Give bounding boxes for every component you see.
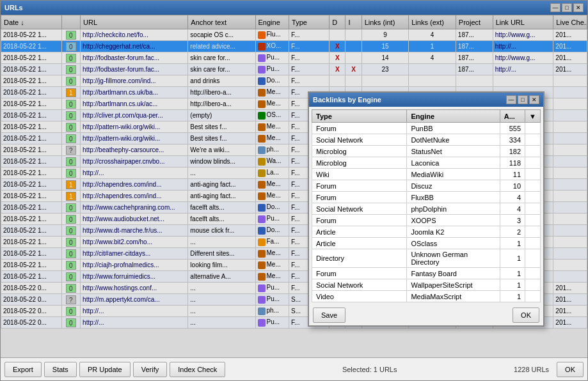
dialog-cell-amount: 1 <box>500 238 525 249</box>
dialog-cell-engine: WallpaperSiteScript <box>407 279 500 291</box>
dialog-cell-engine: Laconica <box>407 157 500 169</box>
dialog-table-row[interactable]: Social Network WallpaperSiteScript 1 <box>312 279 541 291</box>
dialog-table-row[interactable]: Forum XOOPS 3 <box>312 215 541 226</box>
dialog-cell-amount: 1 <box>500 249 525 268</box>
dialog-col-amount[interactable]: A... <box>500 110 525 123</box>
dialog-cell-filter <box>525 169 541 180</box>
dialog-cell-engine: XOOPS <box>407 215 500 226</box>
index-check-button[interactable]: Index Check <box>170 362 225 377</box>
main-window: URLs — □ ✕ Date ↓ URL Anchor text Engine… <box>0 0 588 381</box>
dialog-header-row: Type Engine A... ▼ <box>312 110 541 123</box>
dialog-col-type[interactable]: Type <box>312 110 407 123</box>
pr-update-button[interactable]: PR Update <box>79 362 131 377</box>
stats-button[interactable]: Stats <box>44 362 77 377</box>
dialog-cell-filter <box>525 291 541 302</box>
dialog-cell-amount: 118 <box>500 157 525 169</box>
bottom-bar: Export Stats PR Update Verify Index Chec… <box>1 357 587 380</box>
dialog-cell-amount: 334 <box>500 134 525 146</box>
dialog-cell-filter <box>525 203 541 215</box>
dialog-table-row[interactable]: Social Network phpDolphin 4 <box>312 203 541 215</box>
dialog-cell-type: Article <box>312 226 407 238</box>
dialog-cell-type: Directory <box>312 249 407 268</box>
dialog-minimize-button[interactable]: — <box>506 95 516 104</box>
dialog-cell-filter <box>525 226 541 238</box>
dialog-cell-filter <box>525 123 541 134</box>
dialog-table-body: Forum PunBB 555 Social Network DotNetNuk… <box>312 123 541 302</box>
minimize-button[interactable]: — <box>550 3 560 12</box>
dialog-table: Type Engine A... ▼ Forum PunBB 555 Socia… <box>312 109 541 302</box>
verify-button[interactable]: Verify <box>133 362 168 377</box>
url-count: 1228 URLs <box>514 366 549 373</box>
dialog-cell-type: Forum <box>312 192 407 203</box>
dialog-cell-amount: 1 <box>500 268 525 279</box>
close-button[interactable]: ✕ <box>573 3 584 12</box>
dialog-cell-amount: 4 <box>500 192 525 203</box>
dialog-table-row[interactable]: Forum Fantasy Board 1 <box>312 268 541 279</box>
dialog-table-row[interactable]: Forum FluxBB 4 <box>312 192 541 203</box>
dialog-cell-type: Article <box>312 238 407 249</box>
dialog-cell-amount: 1 <box>500 291 525 302</box>
status-text: Selected: 1 URLs <box>228 366 511 373</box>
maximize-button[interactable]: □ <box>562 3 572 12</box>
dialog-table-row[interactable]: Article Joomla K2 2 <box>312 226 541 238</box>
dialog-cell-type: Microblog <box>312 157 407 169</box>
dialog-ok-button[interactable]: OK <box>513 307 539 323</box>
dialog-cell-amount: 10 <box>500 180 525 192</box>
dialog-cell-type: Wiki <box>312 169 407 180</box>
export-button[interactable]: Export <box>4 362 42 377</box>
dialog-table-row[interactable]: Article OSclass 1 <box>312 238 541 249</box>
dialog-cell-engine: StatusNet <box>407 146 500 157</box>
ok-button[interactable]: OK <box>557 362 584 377</box>
dialog-title-bar: Backlinks by Engine — □ ✕ <box>309 93 543 107</box>
dialog-cell-type: Microblog <box>312 146 407 157</box>
dialog-cell-filter <box>525 134 541 146</box>
dialog-cell-filter <box>525 180 541 192</box>
title-bar-buttons: — □ ✕ <box>550 3 584 12</box>
dialog-table-row[interactable]: Microblog StatusNet 182 <box>312 146 541 157</box>
dialog-table-row[interactable]: Wiki MediaWiki 11 <box>312 169 541 180</box>
dialog-titlebar-buttons: — □ ✕ <box>506 95 539 104</box>
dialog-table-row[interactable]: Social Network DotNetNuke 334 <box>312 134 541 146</box>
dialog-cell-type: Social Network <box>312 279 407 291</box>
dialog-cell-amount: 1 <box>500 279 525 291</box>
dialog-table-row[interactable]: Microblog Laconica 118 <box>312 157 541 169</box>
dialog-cell-engine: DotNetNuke <box>407 134 500 146</box>
dialog-save-button[interactable]: Save <box>313 307 346 323</box>
dialog-col-engine[interactable]: Engine <box>407 110 500 123</box>
dialog-cell-amount: 182 <box>500 146 525 157</box>
dialog-cell-type: Forum <box>312 123 407 134</box>
dialog-cell-type: Video <box>312 291 407 302</box>
table-container: Date ↓ URL Anchor text Engine Type D I L… <box>1 15 587 357</box>
dialog-cell-type: Social Network <box>312 203 407 215</box>
dialog-table-row[interactable]: Video MediaMaxScript 1 <box>312 291 541 302</box>
dialog-footer: Save OK <box>309 305 543 325</box>
dialog-cell-filter <box>525 157 541 169</box>
dialog-cell-filter <box>525 215 541 226</box>
dialog-cell-filter <box>525 279 541 291</box>
dialog-cell-engine: Fantasy Board <box>407 268 500 279</box>
dialog-cell-amount: 3 <box>500 215 525 226</box>
dialog-content: Type Engine A... ▼ Forum PunBB 555 Socia… <box>309 107 543 305</box>
dialog-cell-engine: Joomla K2 <box>407 226 500 238</box>
dialog-maximize-button[interactable]: □ <box>518 95 528 104</box>
dialog-cell-amount: 11 <box>500 169 525 180</box>
dialog-cell-amount: 2 <box>500 226 525 238</box>
dialog-cell-filter <box>525 268 541 279</box>
dialog-cell-type: Forum <box>312 268 407 279</box>
dialog-cell-amount: 4 <box>500 203 525 215</box>
dialog-cell-engine: MediaWiki <box>407 169 500 180</box>
dialog-cell-engine: FluxBB <box>407 192 500 203</box>
dialog-close-button[interactable]: ✕ <box>529 95 539 104</box>
modal-overlay: Backlinks by Engine — □ ✕ Type Engine <box>1 15 587 357</box>
dialog-cell-engine: PunBB <box>407 123 500 134</box>
title-bar: URLs — □ ✕ <box>1 1 587 15</box>
dialog-cell-engine: phpDolphin <box>407 203 500 215</box>
dialog-col-filter[interactable]: ▼ <box>525 110 541 123</box>
dialog-table-row[interactable]: Directory Unknown German Directory 1 <box>312 249 541 268</box>
window-title: URLs <box>4 4 23 12</box>
dialog-cell-filter <box>525 249 541 268</box>
dialog-cell-engine: OSclass <box>407 238 500 249</box>
dialog-table-row[interactable]: Forum PunBB 555 <box>312 123 541 134</box>
dialog-table-row[interactable]: Forum Discuz 10 <box>312 180 541 192</box>
dialog-cell-type: Social Network <box>312 134 407 146</box>
